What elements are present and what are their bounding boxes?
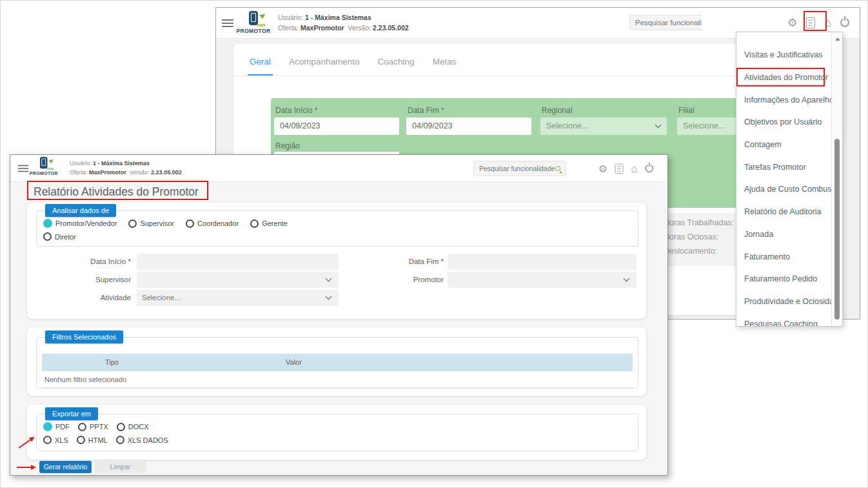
reports-document-icon[interactable] [806,17,815,28]
back-regional-select[interactable]: Selecione... [540,117,667,135]
front-header: max PROMOTOR Usuário: 1 - Máxima Sistema… [10,155,667,182]
menu-item-objetivos-usuario[interactable]: Objetivos por Usuário [736,111,842,134]
user-info: Usuário: 1 - Máxima Sistemas Oferta: Max… [70,159,182,178]
data-inicio-input[interactable] [137,254,339,270]
menu-item-pesquisas-coaching[interactable]: Pesquisas Coaching [736,312,842,327]
filtros-empty-text: Nenhum filtro selecionado [44,376,126,383]
analisar-card: Analisar dados de Promotor/Vendedor Supe… [27,203,646,319]
user-value: 1 - Máxima Sistemas [305,14,371,21]
offer-value: MaxPromotor [301,24,344,32]
radio-diretor[interactable] [43,232,52,241]
data-inicio-label: Data Início * [27,258,131,265]
radio-option-xls[interactable]: XLS [43,436,68,444]
atividade-label: Atividade [27,294,131,301]
radio-coordenador[interactable] [186,219,194,228]
front-search-box [473,161,566,176]
offer-value: MaxPromotor [89,169,126,176]
front-search-input[interactable] [474,165,555,172]
settings-gear-icon[interactable]: ⚙ [598,163,607,174]
back-data-fim-label: Data Fim * [408,106,444,115]
hamburger-menu-icon[interactable] [222,19,233,27]
logo-promotor-text: PROMOTOR [233,28,273,34]
radio-option-html[interactable]: HTML [77,436,108,444]
radio-option-docx[interactable]: DOCX [117,423,149,431]
menu-scrollbar-thumb[interactable] [834,139,840,320]
logo-arrow-icon [49,158,55,163]
data-fim-input[interactable] [448,254,636,270]
annotation-arrow-generate [17,465,39,470]
radio-pptx[interactable] [78,423,86,431]
back-data-inicio-input[interactable]: 04/09/2023 [274,117,399,135]
maxpromotor-logo: max PROMOTOR [27,157,60,176]
menu-item-relatorio-auditoria[interactable]: Relatório de Auditoria [736,201,842,223]
back-data-fim-input[interactable]: 04/09/2023 [406,117,531,135]
home-icon[interactable]: ⌂ [631,163,637,174]
search-magnifier-icon[interactable] [555,166,560,171]
power-logout-icon[interactable] [645,165,653,173]
back-search-input[interactable] [630,19,702,26]
menu-item-visitas[interactable]: Visitas e Justificativas [736,44,842,66]
radio-option-diretor[interactable]: Diretor [43,232,76,241]
menu-item-ajuda-custo[interactable]: Ajuda de Custo Combustível [736,178,842,201]
menu-item-contagem[interactable]: Contagem [736,134,842,156]
back-search-box [629,15,702,30]
home-icon[interactable]: ⌂ [824,17,831,28]
radio-option-coordenador[interactable]: Coordenador [186,219,239,228]
tab-acompanhamento[interactable]: Acompanhamento [289,57,360,66]
tab-metas[interactable]: Metas [433,57,457,66]
radio-option-supervisor[interactable]: Supervisor [128,219,174,228]
promotor-label: Promotor [337,276,444,283]
tab-coaching[interactable]: Coaching [378,57,415,66]
radio-promotor-vendedor[interactable] [43,219,52,228]
back-regiao-label: Região [275,141,300,150]
menu-item-faturamento[interactable]: Faturamento [736,245,842,268]
col-valor: Valor [286,358,302,366]
menu-scrollbar-track[interactable] [831,32,842,326]
atividade-select[interactable]: Selecione... [137,290,339,306]
radio-option-xls-dados[interactable]: XLS DADOS [116,436,168,444]
screenshot-canvas: max PROMOTOR Usuário: 1 - Máxima Sistema… [0,0,868,488]
menu-item-produtividade[interactable]: Produtividade e Ociosidade [736,290,842,313]
radio-gerente[interactable] [250,219,259,228]
analisar-fieldset: Analisar dados de Promotor/Vendedor Supe… [36,210,638,247]
menu-item-atividades-promotor[interactable]: Atividades do Promotor [736,66,842,89]
menu-item-tarefas-promotor[interactable]: Tarefas Promotor [736,156,842,178]
logo-promotor-text: PROMOTOR [27,171,60,176]
radio-option-gerente[interactable]: Gerente [250,219,288,228]
gerar-relatorio-button[interactable]: Gerar relatório [39,461,92,473]
radio-supervisor[interactable] [128,219,137,228]
radio-option-pdf[interactable]: PDF [43,422,70,431]
filtros-table-header: Tipo Valor [42,354,633,371]
menu-item-informacoes-aparelho[interactable]: Informações do Aparelho [736,88,842,111]
power-logout-icon[interactable] [840,18,849,27]
back-header-icons: ⚙ ⌂ [787,17,849,28]
promotor-select[interactable] [448,272,636,288]
user-label: Usuário: [70,160,92,167]
data-fim-label: Data Fim * [337,258,444,265]
radio-pdf[interactable] [43,422,52,431]
chevron-down-icon [624,276,630,282]
offer-label: Oferta: [278,24,299,32]
summary-horas-ociosas: Horas Ociosas: [664,232,718,241]
exportar-fieldset: Exportar em PDF PPTX DOCX XLS HTML XLS D… [36,414,638,451]
reports-document-icon[interactable] [615,163,624,174]
version-value: 2.23.05.002 [373,24,408,32]
filtros-badge: Filtros Selecionados [45,330,123,343]
radio-xls[interactable] [43,436,52,444]
limpar-button[interactable]: Limpar [94,461,146,473]
col-tipo: Tipo [105,358,119,366]
menu-item-jornada[interactable]: Jornada [736,223,842,246]
menu-item-faturamento-pedido[interactable]: Faturamento Pedido [736,268,842,290]
tab-geral[interactable]: Geral [250,57,271,66]
radio-docx[interactable] [117,423,125,431]
exportar-card: Exportar em PDF PPTX DOCX XLS HTML XLS D… [27,405,646,460]
scroll-up-arrow-icon[interactable] [835,37,840,41]
radio-html[interactable] [77,436,85,444]
radio-option-promotor-vendedor[interactable]: Promotor/Vendedor [43,219,117,228]
settings-gear-icon[interactable]: ⚙ [787,17,797,28]
radio-xls-dados[interactable] [116,436,124,444]
radio-option-pptx[interactable]: PPTX [78,423,108,431]
version-value: 2.23.05.002 [151,169,182,176]
version-label: Versão: [130,169,150,176]
supervisor-select[interactable] [137,272,339,288]
